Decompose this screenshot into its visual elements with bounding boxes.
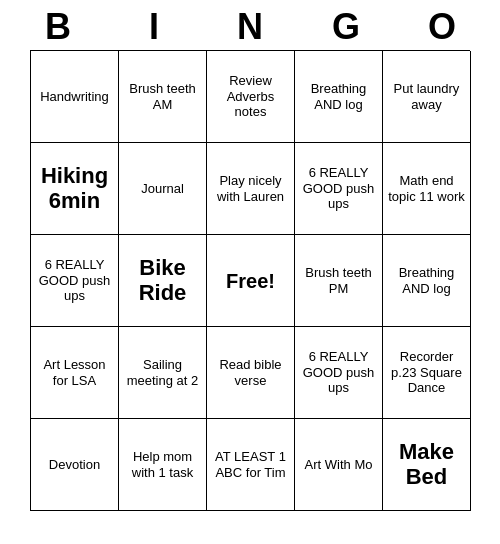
bingo-cell-19: Recorder p.23 Square Dance <box>383 327 471 419</box>
bingo-cell-11: Bike Ride <box>119 235 207 327</box>
bingo-cell-18: 6 REALLY GOOD push ups <box>295 327 383 419</box>
bingo-cell-20: Devotion <box>31 419 119 511</box>
bingo-cell-24: Make Bed <box>383 419 471 511</box>
bingo-cell-17: Read bible verse <box>207 327 295 419</box>
bingo-cell-3: Breathing AND log <box>295 51 383 143</box>
letter-i: I <box>110 6 198 48</box>
bingo-cell-10: 6 REALLY GOOD push ups <box>31 235 119 327</box>
bingo-cell-1: Brush teeth AM <box>119 51 207 143</box>
bingo-cell-16: Sailing meeting at 2 <box>119 327 207 419</box>
bingo-cell-0: Handwriting <box>31 51 119 143</box>
bingo-cell-15: Art Lesson for LSA <box>31 327 119 419</box>
bingo-cell-7: Play nicely with Lauren <box>207 143 295 235</box>
bingo-grid: HandwritingBrush teeth AMReview Adverbs … <box>30 50 470 511</box>
bingo-cell-5: Hiking 6min <box>31 143 119 235</box>
bingo-cell-4: Put laundry away <box>383 51 471 143</box>
bingo-cell-2: Review Adverbs notes <box>207 51 295 143</box>
bingo-cell-14: Breathing AND log <box>383 235 471 327</box>
bingo-cell-8: 6 REALLY GOOD push ups <box>295 143 383 235</box>
bingo-cell-6: Journal <box>119 143 207 235</box>
letter-o: O <box>398 6 486 48</box>
bingo-cell-22: AT LEAST 1 ABC for Tim <box>207 419 295 511</box>
letter-g: G <box>302 6 390 48</box>
bingo-header: B I N G O <box>10 0 490 50</box>
letter-b: B <box>14 6 102 48</box>
bingo-cell-12: Free! <box>207 235 295 327</box>
bingo-cell-21: Help mom with 1 task <box>119 419 207 511</box>
bingo-cell-13: Brush teeth PM <box>295 235 383 327</box>
bingo-cell-23: Art With Mo <box>295 419 383 511</box>
bingo-cell-9: Math end topic 11 work <box>383 143 471 235</box>
letter-n: N <box>206 6 294 48</box>
